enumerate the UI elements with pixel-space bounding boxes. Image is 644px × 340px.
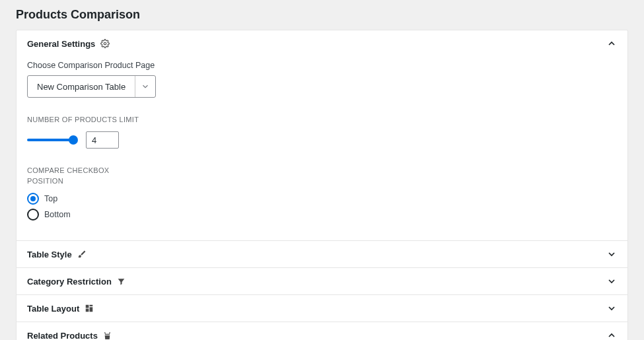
slider-thumb <box>69 135 78 145</box>
layout-icon <box>85 304 94 313</box>
section-related-products: Related Products Enable Related Products <box>17 322 627 340</box>
settings-panel: General Settings Choose Comparison Produ… <box>16 30 628 340</box>
radio-label-top: Top <box>44 194 57 203</box>
section-general-settings: General Settings Choose Comparison Produ… <box>17 30 627 241</box>
section-header-category-restriction[interactable]: Category Restriction <box>17 268 627 294</box>
select-value: New Comparison Table <box>28 76 135 97</box>
comparison-page-select[interactable]: New Comparison Table <box>27 75 156 98</box>
chevron-up-icon <box>606 38 617 49</box>
radio-bottom[interactable]: Bottom <box>27 209 617 221</box>
chevron-down-icon <box>606 276 617 287</box>
brush-icon <box>77 250 87 259</box>
page-title: Products Comparison <box>16 8 628 22</box>
radio-label-bottom: Bottom <box>44 210 71 219</box>
chevron-down-icon <box>606 249 617 259</box>
radio-top[interactable]: Top <box>27 193 617 205</box>
section-category-restriction: Category Restriction <box>17 268 627 295</box>
section-header-table-layout[interactable]: Table Layout <box>17 295 627 322</box>
section-header-table-style[interactable]: Table Style <box>17 241 627 267</box>
chevron-down-icon <box>606 303 617 314</box>
chevron-up-icon <box>606 330 617 340</box>
section-table-style: Table Style <box>17 241 627 268</box>
section-body-general: Choose Comparison Product Page New Compa… <box>17 57 627 240</box>
radio-icon-checked <box>27 193 39 205</box>
choose-page-label: Choose Comparison Product Page <box>27 61 617 70</box>
section-title-table-style: Table Style <box>27 250 72 259</box>
radio-icon-unchecked <box>27 209 39 221</box>
section-header-related-products[interactable]: Related Products <box>17 322 627 340</box>
chevron-down-icon <box>135 76 155 97</box>
bag-icon <box>103 331 112 340</box>
products-limit-input[interactable]: 4 <box>86 131 119 149</box>
section-header-general[interactable]: General Settings <box>17 30 627 57</box>
section-title-category-restriction: Category Restriction <box>27 277 112 287</box>
svg-point-0 <box>104 42 107 45</box>
section-title-related-products: Related Products <box>27 331 98 340</box>
checkbox-position-label: COMPARE CHECKBOX POSITION <box>27 166 146 186</box>
section-title-table-layout: Table Layout <box>27 304 79 314</box>
products-limit-slider[interactable] <box>27 135 77 145</box>
gear-icon <box>100 39 110 48</box>
filter-icon <box>117 277 125 286</box>
limit-label: NUMBER OF PRODUCTS LIMIT <box>27 115 146 125</box>
section-table-layout: Table Layout <box>17 295 627 322</box>
section-title-general: General Settings <box>27 39 95 49</box>
